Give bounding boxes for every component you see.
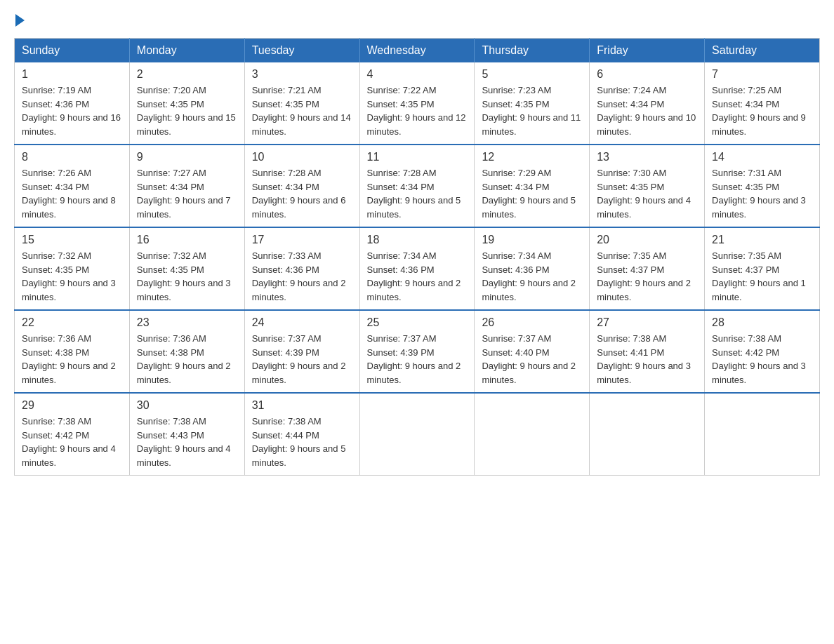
day-info: Sunrise: 7:28 AMSunset: 4:34 PMDaylight:… [367,166,468,221]
page-header [14,14,820,24]
day-number: 21 [712,234,812,246]
day-info: Sunrise: 7:34 AMSunset: 4:36 PMDaylight:… [367,249,468,304]
header-saturday: Saturday [705,39,820,63]
day-number: 13 [597,151,697,163]
day-info: Sunrise: 7:37 AMSunset: 4:40 PMDaylight:… [482,332,582,387]
calendar-cell: 11Sunrise: 7:28 AMSunset: 4:34 PMDayligh… [359,145,475,227]
day-info: Sunrise: 7:27 AMSunset: 4:34 PMDaylight:… [137,166,237,221]
calendar-cell: 12Sunrise: 7:29 AMSunset: 4:34 PMDayligh… [475,145,590,227]
calendar-cell: 18Sunrise: 7:34 AMSunset: 4:36 PMDayligh… [359,227,475,310]
calendar-cell: 30Sunrise: 7:38 AMSunset: 4:43 PMDayligh… [129,393,244,476]
calendar-cell: 7Sunrise: 7:25 AMSunset: 4:34 PMDaylight… [705,62,820,145]
calendar-cell: 22Sunrise: 7:36 AMSunset: 4:38 PMDayligh… [15,310,130,393]
day-number: 18 [367,234,468,246]
calendar-cell: 9Sunrise: 7:27 AMSunset: 4:34 PMDaylight… [129,145,244,227]
calendar-cell: 31Sunrise: 7:38 AMSunset: 4:44 PMDayligh… [244,393,359,476]
week-row-4: 22Sunrise: 7:36 AMSunset: 4:38 PMDayligh… [15,310,820,393]
calendar-cell: 15Sunrise: 7:32 AMSunset: 4:35 PMDayligh… [15,227,130,310]
day-number: 5 [482,68,582,81]
day-number: 30 [137,399,237,412]
calendar-cell: 24Sunrise: 7:37 AMSunset: 4:39 PMDayligh… [244,310,359,393]
day-number: 11 [367,151,468,163]
week-row-2: 8Sunrise: 7:26 AMSunset: 4:34 PMDaylight… [15,145,820,227]
calendar-header-row: SundayMondayTuesdayWednesdayThursdayFrid… [15,39,820,63]
header-wednesday: Wednesday [359,39,475,63]
day-info: Sunrise: 7:26 AMSunset: 4:34 PMDaylight:… [22,166,122,221]
calendar-cell: 23Sunrise: 7:36 AMSunset: 4:38 PMDayligh… [129,310,244,393]
day-info: Sunrise: 7:38 AMSunset: 4:42 PMDaylight:… [22,415,122,469]
day-number: 23 [137,316,237,329]
calendar-cell: 20Sunrise: 7:35 AMSunset: 4:37 PMDayligh… [590,227,705,310]
day-number: 10 [252,151,352,163]
day-info: Sunrise: 7:35 AMSunset: 4:37 PMDaylight:… [597,249,697,304]
calendar-cell: 14Sunrise: 7:31 AMSunset: 4:35 PMDayligh… [705,145,820,227]
day-number: 28 [712,316,812,329]
calendar-cell: 28Sunrise: 7:38 AMSunset: 4:42 PMDayligh… [705,310,820,393]
day-info: Sunrise: 7:38 AMSunset: 4:43 PMDaylight:… [137,415,237,469]
day-info: Sunrise: 7:33 AMSunset: 4:36 PMDaylight:… [252,249,352,304]
calendar-cell: 2Sunrise: 7:20 AMSunset: 4:35 PMDaylight… [129,62,244,145]
calendar-cell: 3Sunrise: 7:21 AMSunset: 4:35 PMDaylight… [244,62,359,145]
header-thursday: Thursday [475,39,590,63]
day-number: 16 [137,234,237,246]
logo-arrow-icon [15,14,25,27]
day-info: Sunrise: 7:34 AMSunset: 4:36 PMDaylight:… [482,249,582,304]
calendar-cell: 6Sunrise: 7:24 AMSunset: 4:34 PMDaylight… [590,62,705,145]
day-number: 4 [367,68,468,81]
day-info: Sunrise: 7:38 AMSunset: 4:44 PMDaylight:… [252,415,352,469]
header-friday: Friday [590,39,705,63]
day-info: Sunrise: 7:31 AMSunset: 4:35 PMDaylight:… [712,166,812,221]
calendar-cell: 1Sunrise: 7:19 AMSunset: 4:36 PMDaylight… [15,62,130,145]
day-info: Sunrise: 7:36 AMSunset: 4:38 PMDaylight:… [22,332,122,387]
day-info: Sunrise: 7:24 AMSunset: 4:34 PMDaylight:… [597,83,697,138]
calendar-cell: 10Sunrise: 7:28 AMSunset: 4:34 PMDayligh… [244,145,359,227]
day-info: Sunrise: 7:23 AMSunset: 4:35 PMDaylight:… [482,83,582,138]
calendar-cell: 17Sunrise: 7:33 AMSunset: 4:36 PMDayligh… [244,227,359,310]
day-number: 7 [712,68,812,81]
day-info: Sunrise: 7:38 AMSunset: 4:41 PMDaylight:… [597,332,697,387]
day-number: 29 [22,399,122,412]
day-info: Sunrise: 7:36 AMSunset: 4:38 PMDaylight:… [137,332,237,387]
day-number: 24 [252,316,352,329]
day-info: Sunrise: 7:37 AMSunset: 4:39 PMDaylight:… [367,332,468,387]
day-number: 20 [597,234,697,246]
calendar-cell [359,393,475,476]
calendar-cell: 13Sunrise: 7:30 AMSunset: 4:35 PMDayligh… [590,145,705,227]
day-info: Sunrise: 7:38 AMSunset: 4:42 PMDaylight:… [712,332,812,387]
day-info: Sunrise: 7:32 AMSunset: 4:35 PMDaylight:… [137,249,237,304]
logo-top-line [14,14,25,25]
day-info: Sunrise: 7:28 AMSunset: 4:34 PMDaylight:… [252,166,352,221]
day-info: Sunrise: 7:32 AMSunset: 4:35 PMDaylight:… [22,249,122,304]
calendar-cell: 21Sunrise: 7:35 AMSunset: 4:37 PMDayligh… [705,227,820,310]
day-info: Sunrise: 7:19 AMSunset: 4:36 PMDaylight:… [22,83,122,138]
day-number: 12 [482,151,582,163]
header-sunday: Sunday [15,39,130,63]
day-info: Sunrise: 7:22 AMSunset: 4:35 PMDaylight:… [367,83,468,138]
week-row-1: 1Sunrise: 7:19 AMSunset: 4:36 PMDaylight… [15,62,820,145]
calendar-cell: 25Sunrise: 7:37 AMSunset: 4:39 PMDayligh… [359,310,475,393]
logo [14,14,25,24]
header-monday: Monday [129,39,244,63]
week-row-3: 15Sunrise: 7:32 AMSunset: 4:35 PMDayligh… [15,227,820,310]
calendar-cell [705,393,820,476]
day-info: Sunrise: 7:29 AMSunset: 4:34 PMDaylight:… [482,166,582,221]
calendar-cell: 29Sunrise: 7:38 AMSunset: 4:42 PMDayligh… [15,393,130,476]
calendar-cell: 5Sunrise: 7:23 AMSunset: 4:35 PMDaylight… [475,62,590,145]
day-number: 25 [367,316,468,329]
calendar-cell [475,393,590,476]
day-number: 15 [22,234,122,246]
calendar-cell: 16Sunrise: 7:32 AMSunset: 4:35 PMDayligh… [129,227,244,310]
calendar-cell: 4Sunrise: 7:22 AMSunset: 4:35 PMDaylight… [359,62,475,145]
calendar-cell: 8Sunrise: 7:26 AMSunset: 4:34 PMDaylight… [15,145,130,227]
day-info: Sunrise: 7:20 AMSunset: 4:35 PMDaylight:… [137,83,237,138]
calendar-cell [590,393,705,476]
day-number: 1 [22,68,122,81]
day-number: 8 [22,151,122,163]
day-number: 31 [252,399,352,412]
day-number: 19 [482,234,582,246]
day-info: Sunrise: 7:30 AMSunset: 4:35 PMDaylight:… [597,166,697,221]
day-number: 14 [712,151,812,163]
calendar-cell: 27Sunrise: 7:38 AMSunset: 4:41 PMDayligh… [590,310,705,393]
header-tuesday: Tuesday [244,39,359,63]
day-number: 27 [597,316,697,329]
